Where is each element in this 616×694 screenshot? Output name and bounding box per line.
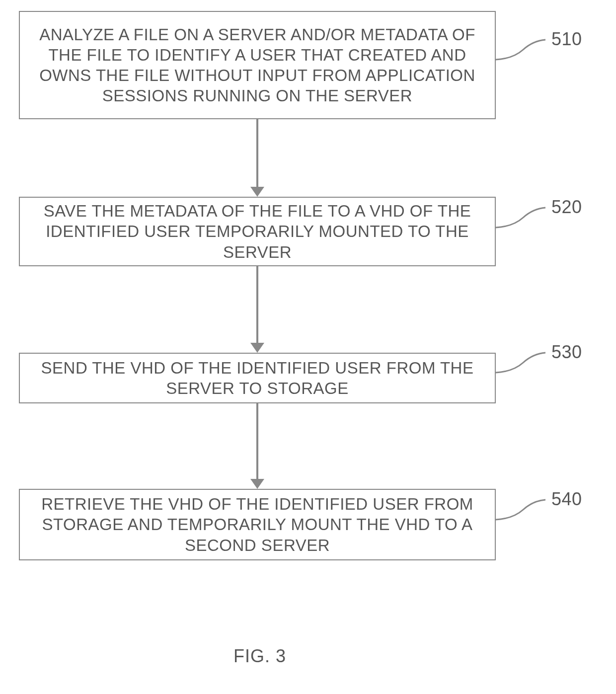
label-connector-530 bbox=[496, 348, 550, 378]
step-label-510: 510 bbox=[551, 29, 582, 50]
step-label-530: 530 bbox=[551, 342, 582, 363]
step-label-520: 520 bbox=[551, 197, 582, 218]
step-box-510: ANALYZE A FILE ON A SERVER AND/OR METADA… bbox=[19, 11, 496, 119]
step-text: SAVE THE METADATA OF THE FILE TO A VHD O… bbox=[27, 201, 488, 262]
step-box-520: SAVE THE METADATA OF THE FILE TO A VHD O… bbox=[19, 197, 496, 266]
step-text: RETRIEVE THE VHD OF THE IDENTIFIED USER … bbox=[27, 494, 488, 555]
step-label-540: 540 bbox=[551, 489, 582, 510]
arrow-530-to-540 bbox=[256, 403, 258, 482]
label-connector-510 bbox=[496, 35, 550, 65]
step-box-530: SEND THE VHD OF THE IDENTIFIED USER FROM… bbox=[19, 353, 496, 403]
arrow-520-to-530 bbox=[256, 266, 258, 346]
flowchart-container: ANALYZE A FILE ON A SERVER AND/OR METADA… bbox=[0, 0, 616, 694]
label-connector-540 bbox=[496, 495, 550, 525]
step-text: ANALYZE A FILE ON A SERVER AND/OR METADA… bbox=[27, 24, 488, 106]
arrow-510-to-520 bbox=[256, 119, 258, 190]
step-box-540: RETRIEVE THE VHD OF THE IDENTIFIED USER … bbox=[19, 489, 496, 560]
figure-caption: FIG. 3 bbox=[233, 646, 286, 667]
step-text: SEND THE VHD OF THE IDENTIFIED USER FROM… bbox=[27, 358, 488, 399]
label-connector-520 bbox=[496, 203, 550, 232]
